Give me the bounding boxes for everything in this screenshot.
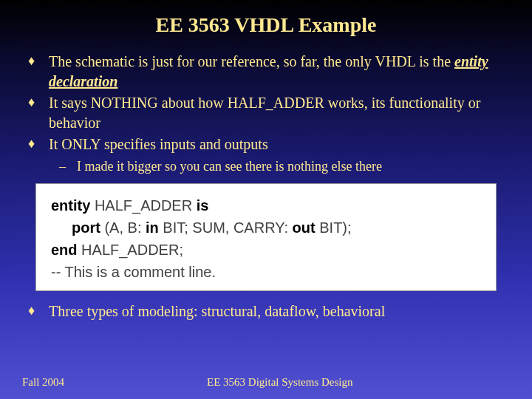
keyword: entity — [51, 197, 90, 214]
keyword: port — [72, 219, 100, 236]
code-line: port (A, B: in BIT; SUM, CARRY: out BIT)… — [51, 216, 481, 239]
sub-bullet-item: – I made it bigger so you can see there … — [59, 159, 510, 174]
footer-center: EE 3563 Digital Systems Design — [185, 376, 510, 389]
code-line: entity HALF_ADDER is — [51, 194, 481, 216]
code-snippet: entity HALF_ADDER is port (A, B: in BIT;… — [35, 183, 497, 291]
bullet-text: It says NOTHING about how HALF_ADDER wor… — [49, 93, 510, 133]
slide: EE 3563 VHDL Example ♦ The schematic is … — [0, 0, 532, 399]
code-text: HALF_ADDER — [90, 197, 196, 214]
bullet-item: ♦ It ONLY specifies inputs and outputs — [28, 134, 510, 154]
keyword: end — [51, 242, 78, 258]
footer: Fall 2004 EE 3563 Digital Systems Design — [22, 376, 510, 389]
comment-text: -- This is a comment line. — [51, 264, 216, 280]
sub-bullet-text: I made it bigger so you can see there is… — [77, 159, 382, 174]
code-line: -- This is a comment line. — [51, 261, 481, 283]
diamond-icon: ♦ — [28, 134, 49, 154]
diamond-icon: ♦ — [28, 301, 49, 321]
diamond-icon: ♦ — [28, 93, 49, 133]
keyword: out — [293, 219, 316, 236]
bullet-text: Three types of modeling: structural, dat… — [49, 301, 510, 321]
bullet-text: The schematic is just for our reference,… — [49, 52, 510, 92]
code-text: HALF_ADDER; — [78, 242, 183, 258]
slide-title: EE 3563 VHDL Example — [22, 13, 510, 37]
code-text: BIT; SUM, CARRY: — [159, 219, 293, 236]
dash-icon: – — [59, 159, 77, 174]
bullet-item: ♦ It says NOTHING about how HALF_ADDER w… — [28, 93, 510, 133]
keyword: in — [146, 219, 159, 236]
sub-bullet-list: – I made it bigger so you can see there … — [22, 159, 510, 174]
bullet-text: It ONLY specifies inputs and outputs — [49, 134, 510, 154]
bullet-item: ♦ Three types of modeling: structural, d… — [28, 301, 510, 321]
code-line: end HALF_ADDER; — [51, 239, 481, 261]
text-run: The schematic is just for our reference,… — [49, 53, 454, 69]
keyword: is — [197, 197, 209, 214]
code-text: BIT); — [316, 219, 352, 236]
diamond-icon: ♦ — [28, 52, 49, 92]
footer-left: Fall 2004 — [22, 376, 185, 389]
bullet-list-2: ♦ Three types of modeling: structural, d… — [22, 301, 510, 321]
code-text: (A, B: — [100, 219, 146, 236]
bullet-list: ♦ The schematic is just for our referenc… — [22, 52, 510, 154]
bullet-item: ♦ The schematic is just for our referenc… — [28, 52, 510, 92]
